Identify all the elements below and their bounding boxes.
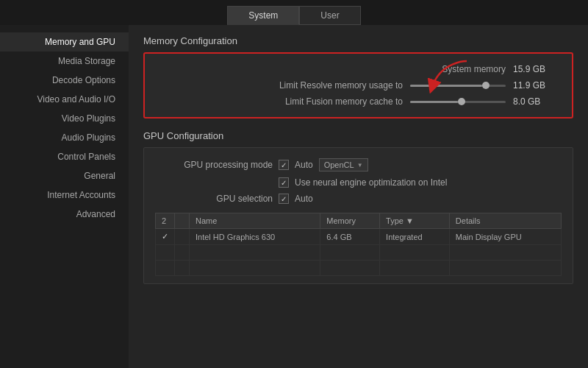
col-memory: Memory [320,213,380,229]
sidebar-item-internet-accounts[interactable]: Internet Accounts [0,185,129,205]
empty-cell [380,261,450,276]
limit-fusion-slider-container[interactable] [410,101,506,103]
empty-row-2 [156,261,562,276]
row-name: Intel HD Graphics 630 [190,229,320,245]
system-memory-label: System memory [344,64,506,74]
sidebar-item-memory-gpu[interactable]: Memory and GPU [0,32,129,52]
gpu-selection-row: GPU selection ✓ Auto [155,191,562,207]
limit-fusion-track [410,101,506,103]
limit-fusion-thumb[interactable] [458,98,465,105]
col-check [175,213,190,229]
empty-cell [449,245,561,261]
sidebar-item-video-plugins[interactable]: Video Plugins [0,109,129,128]
type-col-label: Type [386,216,404,225]
col-name: Name [190,213,320,229]
limit-resolve-fill [410,85,482,87]
system-memory-value: 15.9 GB [513,64,557,74]
sidebar-item-decode-options[interactable]: Decode Options [0,71,129,90]
limit-resolve-thumb[interactable] [482,82,490,89]
sidebar-item-general[interactable]: General [0,166,129,185]
sidebar-item-control-panels[interactable]: Control Panels [0,147,129,166]
empty-cell [320,261,380,276]
empty-cell [156,261,175,276]
empty-cell [156,245,175,261]
gpu-selection-label: GPU selection [155,194,273,204]
sidebar: Memory and GPU Media Storage Decode Opti… [0,25,129,368]
table-row: ✓ Intel HD Graphics 630 6.4 GB Integrate… [156,229,562,245]
type-col-arrow: ▼ [406,216,414,225]
opencl-label: OpenCL [324,160,354,169]
neural-engine-checkbox[interactable]: ✓ [279,177,289,188]
main-layout: Memory and GPU Media Storage Decode Opti… [0,25,588,368]
sidebar-item-advanced[interactable]: Advanced [0,205,129,224]
gpu-auto-checkbox[interactable]: ✓ [279,160,289,170]
tab-user[interactable]: User [299,6,360,25]
empty-row-1 [156,245,562,261]
gpu-processing-mode-row: GPU processing mode ✓ Auto OpenCL ▼ [155,155,562,174]
limit-resolve-slider-container[interactable] [410,85,506,87]
empty-cell [190,261,320,276]
row-blank [175,229,190,245]
gpu-config-area: GPU processing mode ✓ Auto OpenCL ▼ ✓ Us… [143,147,573,284]
system-memory-row: System memory 15.9 GB [159,61,557,77]
row-type: Integrated [380,229,450,245]
row-memory: 6.4 GB [320,229,380,245]
empty-cell [175,261,190,276]
sidebar-item-media-storage[interactable]: Media Storage [0,52,129,71]
tab-system[interactable]: System [227,6,299,25]
limit-resolve-track [410,85,506,87]
gpu-selection-auto-label: Auto [295,194,313,204]
limit-resolve-row: Limit Resolve memory usage to 11.9 GB [159,77,557,93]
row-check: ✓ [156,229,175,245]
limit-fusion-value: 8.0 GB [513,96,557,107]
empty-cell [449,261,561,276]
dropdown-arrow-icon: ▼ [357,162,363,169]
empty-cell [320,245,380,261]
limit-resolve-value: 11.9 GB [513,80,557,91]
neural-engine-row: ✓ Use neural engine optimization on Inte… [155,174,562,191]
gpu-processing-mode-label: GPU processing mode [155,160,273,170]
row-details: Main Display GPU [449,229,561,245]
gpu-table: 2 Name Memory Type ▼ Details [155,213,562,276]
gpu-config-header: GPU Configuration [143,130,573,141]
col-type: Type ▼ [380,213,450,229]
col-details: Details [449,213,561,229]
limit-fusion-row: Limit Fusion memory cache to 8.0 GB [159,93,557,110]
col-num: 2 [156,213,175,229]
gpu-table-header-row: 2 Name Memory Type ▼ Details [156,213,562,229]
limit-fusion-fill [410,101,458,103]
content-area: Memory Configuration System memory 15.9 … [129,25,588,368]
gpu-selection-checkbox[interactable]: ✓ [279,194,289,204]
empty-cell [175,245,190,261]
gpu-auto-label: Auto [295,160,313,170]
sidebar-item-video-audio-io[interactable]: Video and Audio I/O [0,90,129,109]
opencl-dropdown[interactable]: OpenCL ▼ [319,158,368,171]
limit-fusion-label: Limit Fusion memory cache to [241,96,403,107]
sidebar-item-audio-plugins[interactable]: Audio Plugins [0,128,129,147]
memory-config-header: Memory Configuration [143,35,573,46]
limit-resolve-label: Limit Resolve memory usage to [241,80,403,91]
top-tabs-container: System User [0,0,588,25]
empty-cell [190,245,320,261]
empty-cell [380,245,450,261]
memory-config-box: System memory 15.9 GB Limit Resolve memo… [143,52,573,118]
neural-engine-label: Use neural engine optimization on Intel [295,177,447,188]
gpu-section: GPU Configuration GPU processing mode ✓ … [143,130,573,284]
